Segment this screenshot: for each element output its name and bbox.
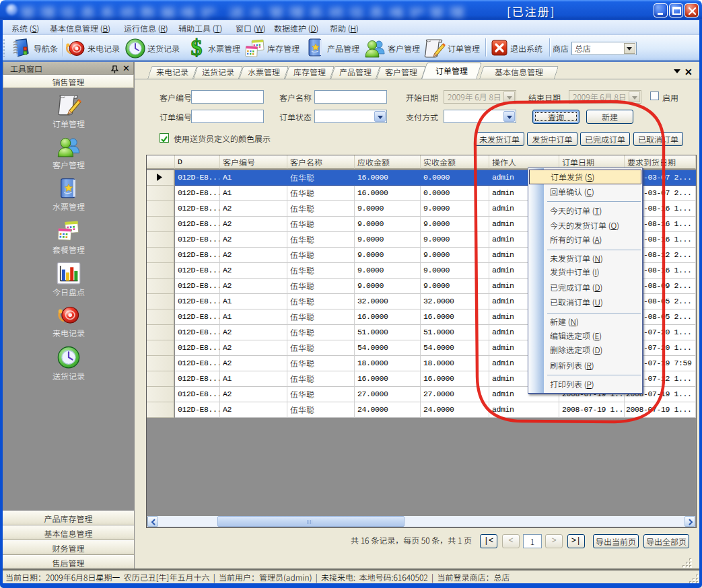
svg-text:$: $ bbox=[191, 37, 203, 60]
